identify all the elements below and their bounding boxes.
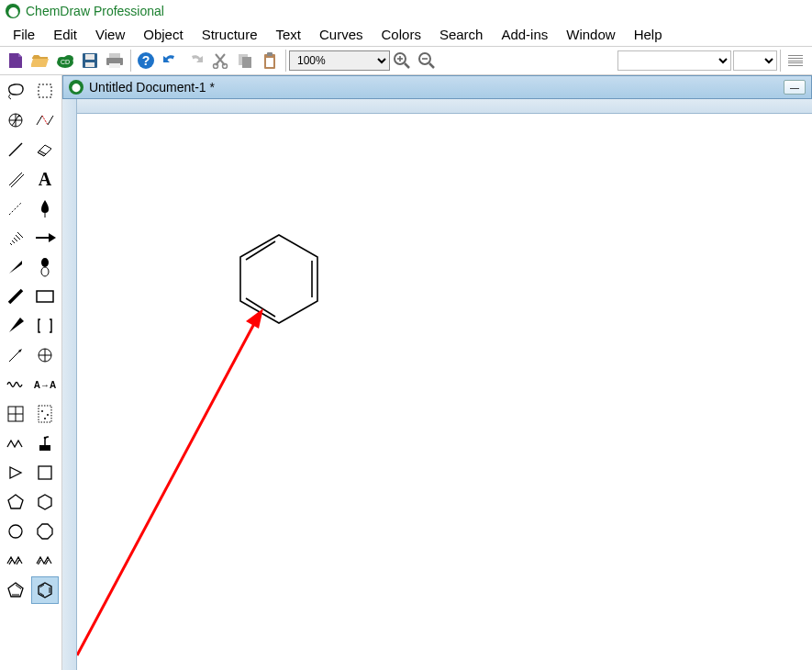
- zoom-out-button[interactable]: [415, 49, 439, 73]
- chemical-symbol-tool[interactable]: [31, 341, 59, 369]
- svg-rect-26: [39, 84, 51, 97]
- svg-line-38: [17, 232, 23, 238]
- svg-text:CD: CD: [61, 59, 70, 65]
- menu-colors[interactable]: Colors: [373, 24, 430, 45]
- save-icon: [82, 52, 98, 69]
- document-titlebar[interactable]: ⬤ Untitled Document-1 * —: [62, 75, 812, 99]
- cyclopentadiene-ring-tool[interactable]: [2, 576, 29, 604]
- app-icon: ⬤: [6, 4, 20, 18]
- tlc-tool[interactable]: [31, 400, 59, 428]
- main-area: A A→A ⬤ Untitled Doc: [0, 75, 812, 670]
- svg-rect-59: [39, 445, 50, 451]
- svg-rect-55: [39, 406, 51, 422]
- dative-bond-tool[interactable]: [2, 341, 29, 369]
- svg-rect-62: [39, 466, 51, 479]
- document-area: ⬤ Untitled Document-1 * —: [62, 75, 812, 670]
- benzene-structure[interactable]: [240, 235, 317, 323]
- copy-button[interactable]: [233, 49, 257, 73]
- menu-edit[interactable]: Edit: [44, 24, 86, 45]
- template-tool[interactable]: [31, 430, 59, 457]
- menu-bar: File Edit View Object Structure Text Cur…: [0, 22, 812, 46]
- font-select[interactable]: [617, 50, 731, 71]
- svg-rect-45: [37, 291, 53, 302]
- svg-rect-17: [267, 52, 273, 56]
- justify-button[interactable]: [784, 49, 807, 73]
- chain-tool[interactable]: [2, 430, 29, 457]
- font-size-select[interactable]: [733, 50, 777, 71]
- menu-search[interactable]: Search: [430, 24, 493, 45]
- menu-window[interactable]: Window: [557, 24, 624, 45]
- drawing-box-tool[interactable]: [31, 283, 59, 310]
- svg-line-24: [429, 63, 434, 68]
- svg-line-36: [14, 238, 17, 241]
- svg-line-35: [12, 240, 15, 243]
- cyclopentadiene-tool[interactable]: [2, 547, 29, 575]
- svg-point-13: [223, 64, 228, 69]
- multiple-bond-tool[interactable]: [2, 165, 29, 193]
- menu-text[interactable]: Text: [267, 24, 311, 45]
- octagon-tool[interactable]: [31, 518, 59, 545]
- wavy-bond-tool[interactable]: [2, 312, 29, 340]
- open-button[interactable]: [28, 49, 52, 73]
- menu-addins[interactable]: Add-ins: [492, 24, 557, 45]
- hashed-bond-tool[interactable]: [2, 224, 29, 251]
- zoom-in-button[interactable]: [390, 49, 414, 73]
- solid-bond-tool[interactable]: [2, 136, 29, 163]
- menu-help[interactable]: Help: [625, 24, 672, 45]
- benzene-tool[interactable]: [31, 576, 59, 604]
- svg-point-60: [44, 437, 47, 440]
- polyene-tool[interactable]: [31, 547, 59, 575]
- wedge-bond-tool[interactable]: [2, 253, 29, 281]
- rectangle-tool[interactable]: [31, 459, 59, 486]
- pentagon-tool[interactable]: [2, 488, 29, 516]
- open-cloud-button[interactable]: CD: [53, 49, 77, 73]
- arrow-tool[interactable]: [31, 224, 59, 251]
- svg-marker-64: [39, 495, 51, 509]
- menu-file[interactable]: File: [4, 24, 44, 45]
- triangle-tool[interactable]: [2, 459, 29, 486]
- circle-tool[interactable]: [2, 518, 29, 545]
- menu-curves[interactable]: Curves: [310, 24, 373, 45]
- window-controls: —: [782, 80, 806, 95]
- menu-object[interactable]: Object: [134, 24, 192, 45]
- text-tool[interactable]: A: [31, 165, 59, 193]
- pen-tool[interactable]: [31, 195, 59, 222]
- svg-marker-74: [240, 235, 317, 323]
- bold-bond-tool[interactable]: [2, 283, 29, 310]
- redo-button[interactable]: [184, 49, 207, 73]
- dashed-bond-tool[interactable]: [2, 195, 29, 222]
- new-document-button[interactable]: [4, 49, 28, 73]
- svg-line-47: [9, 351, 20, 362]
- menu-view[interactable]: View: [86, 24, 134, 45]
- redo-icon: [186, 53, 205, 68]
- zoom-select[interactable]: 100%: [289, 50, 390, 71]
- svg-point-65: [9, 525, 22, 538]
- atom-label-tool[interactable]: A→A: [31, 371, 59, 398]
- hexagon-tool[interactable]: [31, 488, 59, 516]
- fragment-tool[interactable]: [31, 106, 59, 134]
- squiggle-tool[interactable]: [2, 371, 29, 398]
- orbital-tool[interactable]: [31, 253, 59, 281]
- eraser-tool[interactable]: [31, 136, 59, 163]
- menu-structure[interactable]: Structure: [193, 24, 267, 45]
- drawing-canvas[interactable]: [77, 114, 812, 670]
- cut-button[interactable]: [208, 49, 232, 73]
- svg-line-29: [9, 143, 22, 156]
- svg-marker-63: [8, 495, 23, 508]
- svg-rect-9: [109, 63, 120, 68]
- print-button[interactable]: [103, 49, 127, 73]
- minimize-button[interactable]: —: [784, 80, 806, 95]
- table-tool[interactable]: [2, 400, 29, 428]
- bracket-tool[interactable]: [31, 312, 59, 340]
- help-button[interactable]: ?: [134, 49, 158, 73]
- struct-perspective-tool[interactable]: [2, 106, 29, 134]
- horizontal-ruler[interactable]: [77, 99, 812, 114]
- paste-button[interactable]: [258, 49, 282, 73]
- print-icon: [106, 52, 124, 69]
- undo-button[interactable]: [159, 49, 183, 73]
- lasso-tool[interactable]: [2, 77, 29, 105]
- save-button[interactable]: [78, 49, 102, 73]
- marquee-tool[interactable]: [31, 77, 59, 105]
- vertical-ruler[interactable]: [62, 99, 77, 670]
- svg-point-56: [41, 410, 43, 412]
